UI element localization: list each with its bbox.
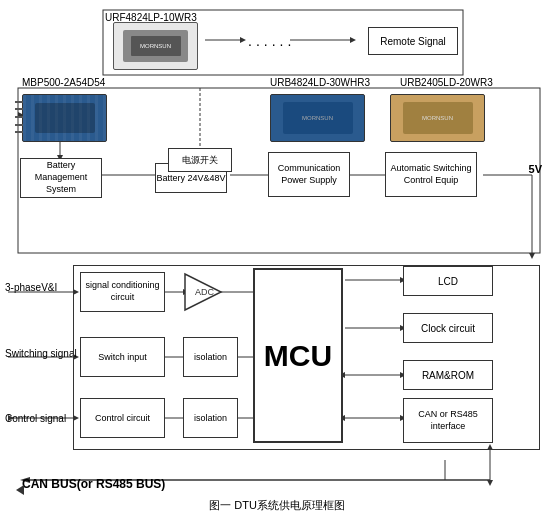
svg-marker-4 — [350, 37, 356, 43]
svg-text:ADC: ADC — [195, 287, 215, 297]
mbp-module — [22, 94, 107, 142]
isolation-box2: isolation — [183, 398, 238, 438]
comm-power-box: Communication Power Supply — [268, 152, 350, 197]
phase-label: 3-phaseV&I — [5, 282, 57, 293]
switching-label: Switching signal — [5, 348, 77, 359]
svg-marker-2 — [240, 37, 246, 43]
control-label: Control signal — [5, 413, 66, 424]
svg-marker-55 — [487, 480, 493, 486]
five-v-label: 5V — [529, 163, 542, 175]
isolation-box1: isolation — [183, 337, 238, 377]
urb2-label: URB2405LD-20WR3 — [400, 77, 493, 88]
urb1-module: MORNSUN — [270, 94, 365, 142]
can-box: CAN or RS485 interface — [403, 398, 493, 443]
ram-box: RAM&ROM — [403, 360, 493, 390]
can-bus-arrow — [16, 485, 24, 495]
urb1-label: URB4824LD-30WHR3 — [270, 77, 370, 88]
battery-mgmt-box: Battery Management System — [20, 158, 102, 198]
remote-signal-box: Remote Signal — [368, 27, 458, 55]
auto-switch-box: Automatic Switching Control Equip — [385, 152, 477, 197]
mbp-label: MBP500-2A54D54 — [22, 77, 105, 88]
svg-marker-20 — [529, 253, 535, 259]
urb2-module: MORNSUN — [390, 94, 485, 142]
clock-box: Clock circuit — [403, 313, 493, 343]
switch-input-box: Switch input — [80, 337, 165, 377]
can-bus-label: CAN BUS(or RS485 BUS) — [22, 477, 165, 491]
mbp-connectors — [15, 98, 23, 136]
lcd-box: LCD — [403, 266, 493, 296]
power-switch-box: 电源开关 — [168, 148, 232, 172]
signal-cond-box: signal conditioning circuit — [80, 272, 165, 312]
mcu-box: MCU — [253, 268, 343, 443]
figure-caption: 图一 DTU系统供电原理框图 — [209, 498, 345, 513]
control-circuit-box: Control circuit — [80, 398, 165, 438]
dots-separator: ...... — [248, 33, 295, 49]
adc-wrapper: ADC — [183, 272, 223, 314]
